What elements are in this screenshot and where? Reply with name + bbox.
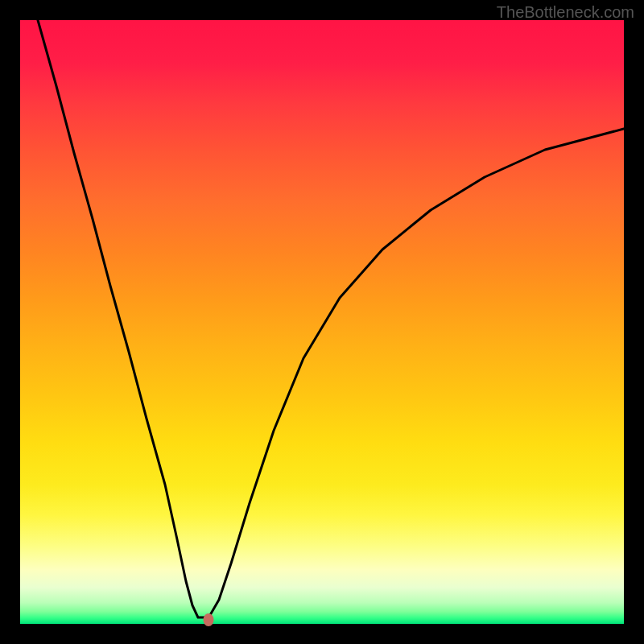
optimal-point-marker xyxy=(204,613,214,626)
bottleneck-curve-path xyxy=(38,20,624,617)
watermark-text: TheBottleneck.com xyxy=(497,3,634,22)
chart-plot-area xyxy=(20,20,624,624)
curve-svg xyxy=(20,20,624,624)
